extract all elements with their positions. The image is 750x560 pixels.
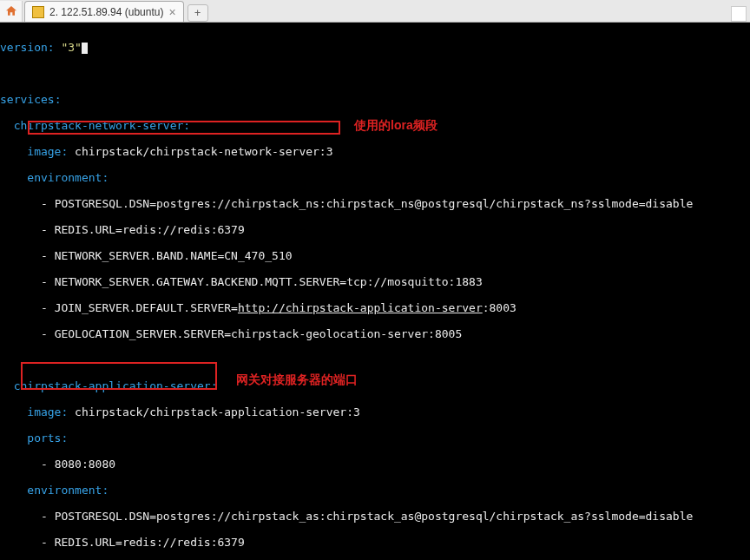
yaml-key: version	[0, 41, 48, 54]
code-editor[interactable]: version: "3" services: chirpstack-networ…	[0, 23, 750, 560]
tab-active[interactable]: 2. 122.51.89.94 (ubuntu) ×	[24, 1, 184, 22]
annotation-text-gateway: 网关对接服务器的端口	[236, 373, 358, 386]
annotation-text-lora: 使用的lora频段	[354, 119, 438, 132]
yaml-value: "3"	[61, 41, 81, 54]
tab-title: 2. 122.51.89.94 (ubuntu)	[49, 6, 163, 18]
service-name: chirpstack-network-server	[14, 119, 184, 132]
close-icon[interactable]: ×	[168, 5, 175, 19]
tabbar-menu-button[interactable]: ≡	[731, 6, 747, 22]
text-cursor	[82, 43, 88, 54]
tabbar-right: ≡	[731, 6, 750, 22]
new-tab-button[interactable]: +	[188, 4, 208, 22]
yaml-key: services	[0, 93, 55, 106]
service-name: chirpstack-application-server	[14, 379, 211, 392]
home-icon[interactable]	[0, 1, 23, 22]
terminal-icon	[32, 6, 44, 18]
tab-bar: 2. 122.51.89.94 (ubuntu) × + ≡	[0, 0, 750, 23]
